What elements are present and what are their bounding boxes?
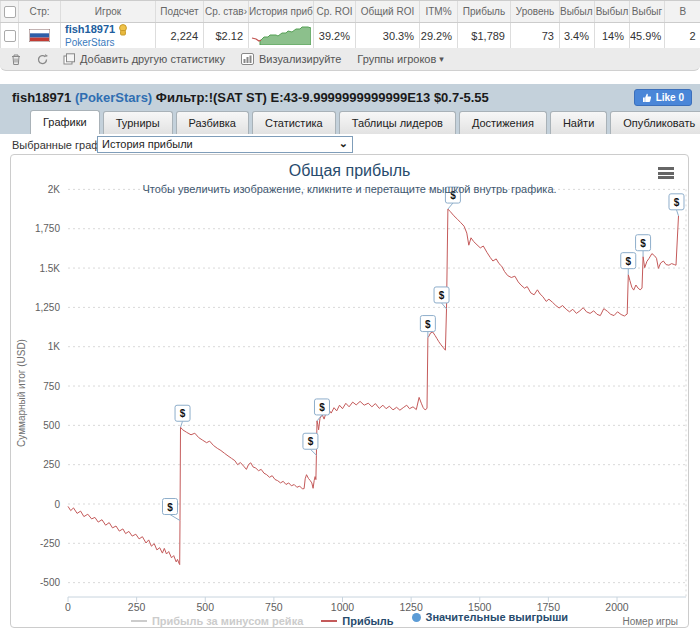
y-tick-label: 1,750 (35, 223, 60, 234)
thumbs-up-icon (642, 93, 652, 103)
table-header-cell: ITM% (420, 1, 458, 23)
tab-5[interactable]: Таблицы лидеров (339, 111, 456, 134)
flag-dollar-label: $ (625, 256, 631, 267)
flag-dollar-label: $ (640, 238, 646, 249)
player-stats-table: Стр:ИгрокПодсчетСр. став›История приб›Ср… (0, 0, 700, 49)
flag-dollar-label: $ (167, 502, 173, 513)
chevron-down-icon: ▾ (439, 54, 444, 64)
legend-line-icon (321, 620, 337, 622)
flag-pointer (442, 303, 447, 309)
country-flag-cell (19, 23, 61, 49)
legend-label: Прибыль за минусом рейка (152, 615, 303, 627)
x-axis-title: Номер игры (622, 616, 678, 627)
y-axis-title: Суммарный итог (USD) (16, 339, 27, 447)
page-header: fish18971 (PokerStars) Фильтр:!(SAT ST) … (0, 84, 700, 134)
refresh-icon[interactable] (36, 53, 49, 66)
tab-bar: ГрафикиТурнирыРазбивкаСтатистикаТаблицы … (30, 110, 700, 134)
tab-8[interactable]: Опубликовать (610, 111, 700, 134)
flag-dollar-label: $ (319, 402, 325, 413)
table-header-cell: Ср. ROI (314, 1, 356, 23)
legend-label: Прибыль (342, 615, 393, 627)
tab-1[interactable]: Графики (30, 110, 100, 134)
trash-icon[interactable] (10, 53, 22, 66)
header-checkbox[interactable] (4, 6, 16, 18)
profit-chart-plot[interactable]: 2K1,7501.5K1,2501K7505002500-250-5000250… (11, 155, 688, 627)
table-header-cell: Выбыг (630, 1, 665, 23)
tab-4[interactable]: Статистика (252, 111, 336, 134)
site-link[interactable]: PokerStars (65, 37, 114, 48)
avg-stake-cell: $2.12 (204, 23, 249, 49)
like-button[interactable]: Like 0 (634, 89, 692, 106)
table-header-cell: История приб› (249, 1, 314, 23)
toolbar: Добавить другую статистику Визуализируйт… (0, 48, 700, 71)
graph-type-select[interactable]: История прибыли ⌄ (97, 136, 353, 153)
profit-history-sparkline (251, 25, 311, 45)
flag-dollar-label: $ (674, 197, 680, 208)
table-header-cell: Общий ROI (356, 1, 420, 23)
total-roi-cell: 30.3% (356, 23, 420, 49)
chart-title: Общая прибыль (11, 162, 688, 180)
chart-subtitle: Чтобы увеличить изображение, кликните и … (11, 183, 688, 195)
legend-dot-icon (412, 613, 421, 622)
flag-dollar-label: $ (308, 436, 314, 447)
add-statistic-icon[interactable] (63, 53, 75, 65)
page-title-filter: Фильтр:!(SAT ST) E:43-9.9999999999999E13… (156, 90, 489, 105)
table-header-cell: Прибыль (458, 1, 511, 23)
visualize-icon[interactable] (241, 53, 254, 65)
flag-pointer (676, 210, 678, 216)
extra-cell: 2 (665, 23, 700, 49)
legend-item[interactable]: Значительные выигрыши (412, 611, 569, 623)
profit-history-cell[interactable] (249, 23, 314, 49)
profit-chart[interactable]: 2K1,7501.5K1,2501K7505002500-250-5000250… (10, 154, 689, 628)
flag-pointer (170, 515, 180, 521)
y-tick-label: 1,250 (35, 302, 60, 313)
ability-cell: 73 (511, 23, 560, 49)
tab-7[interactable]: Найти (550, 111, 607, 134)
visualize-button[interactable]: Визуализируйте (259, 53, 341, 65)
legend-line-icon (131, 620, 147, 622)
tab-6[interactable]: Достижения (459, 111, 547, 134)
table-header-cell: Выбыл р (560, 1, 595, 23)
flag-pointer (310, 449, 316, 455)
flag-pointer (181, 421, 183, 427)
player-cell: fish18971 PokerStars (61, 23, 156, 49)
y-tick-label: 250 (43, 459, 60, 470)
page-title-site[interactable]: (PokerStars) (75, 90, 152, 105)
legend-item[interactable]: Прибыль за минусом рейка (131, 615, 303, 627)
add-statistic-button[interactable]: Добавить другую статистику (80, 53, 225, 65)
page-title: fish18971 (PokerStars) Фильтр:!(SAT ST) … (12, 90, 489, 105)
table-header-cell: Ср. став› (204, 1, 249, 23)
player-groups-button[interactable]: Группы игроков (357, 53, 436, 65)
tab-2[interactable]: Турниры (103, 111, 173, 134)
table-header-cell: Стр: (19, 1, 61, 23)
profit-line-series (68, 209, 679, 564)
row-checkbox[interactable] (4, 30, 16, 42)
player-link[interactable]: fish18971 (65, 23, 115, 35)
table-header-cell: В (665, 1, 700, 23)
count-cell: 2,224 (156, 23, 204, 49)
late-cell: 45.9% (630, 23, 665, 49)
table-header-cell: Выбыл (595, 1, 630, 23)
early-cell: 3.4% (560, 23, 595, 49)
graph-type-select-value: История прибыли (102, 138, 193, 150)
y-tick-label: 1.5K (39, 263, 60, 274)
table-row[interactable]: fish18971 PokerStars 2,224 $2.12 39.2% 3… (1, 23, 700, 49)
select-chevron-icon: ⌄ (339, 136, 348, 151)
graph-selector-row: Выбранные графики: История прибыли ⌄ (0, 136, 700, 154)
flag-dollar-label: $ (425, 319, 431, 330)
page-title-player: fish18971 (12, 90, 71, 105)
profit-cell: $1,789 (458, 23, 511, 49)
tab-3[interactable]: Разбивка (176, 111, 249, 134)
avg-roi-cell: 39.2% (314, 23, 356, 49)
flag-dollar-label: $ (180, 408, 186, 419)
table-header-cell: Игрок (61, 1, 156, 23)
table-header-row: Стр:ИгрокПодсчетСр. став›История приб›Ср… (1, 1, 700, 23)
like-button-label: Like 0 (656, 92, 684, 103)
flag-pointer (448, 203, 453, 209)
chart-menu-icon[interactable] (658, 167, 674, 179)
y-tick-label: -250 (40, 538, 60, 549)
legend-item[interactable]: Прибыль (321, 615, 393, 627)
mid-cell: 14% (595, 23, 630, 49)
y-tick-label: -500 (40, 577, 60, 588)
table-header-cell[interactable] (1, 1, 19, 23)
